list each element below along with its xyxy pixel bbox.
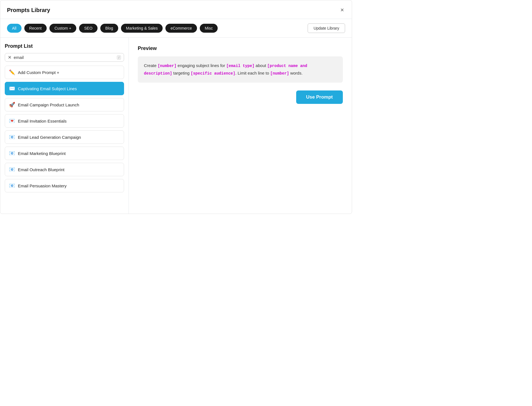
filter-tab-recent[interactable]: Recent (24, 24, 47, 33)
prompt-label: Email Outreach Blueprint (18, 167, 65, 172)
filter-tab-blog[interactable]: Blog (100, 24, 118, 33)
filter-tab-ecommerce[interactable]: eCommerce (165, 24, 197, 33)
modal-title: Prompts Library (7, 7, 50, 13)
prompt-label: Email Persuasion Mastery (18, 183, 66, 188)
filter-tab-seo[interactable]: SEO (79, 24, 98, 33)
preview-title: Preview (138, 46, 343, 51)
preview-text-about: about (255, 63, 267, 68)
prompt-label: Email Lead Generation Campaign (18, 135, 81, 140)
use-prompt-button[interactable]: Use Prompt (296, 90, 343, 104)
email-letter-icon: 📧 (9, 135, 15, 140)
email-outreach-icon: 📧 (9, 167, 15, 172)
prompt-list-title: Prompt List (5, 43, 124, 49)
placeholder-number: [number] (158, 64, 176, 68)
preview-text-words: words. (289, 71, 302, 75)
filter-bar: All Recent Custom + SEO Blog Marketing &… (0, 19, 352, 38)
preview-box: Create [number] engaging subject lines f… (138, 56, 343, 83)
email-doc-icon: 📧 (9, 151, 15, 156)
add-custom-label: Add Custom Prompt + (18, 70, 59, 75)
search-clear-button[interactable]: ✕ (8, 55, 11, 60)
prompt-item-product-launch[interactable]: 🚀 Email Campaign Product Launch (5, 98, 124, 111)
filter-tab-all[interactable]: All (7, 24, 22, 33)
prompts-library-modal: Prompts Library × All Recent Custom + SE… (0, 0, 352, 214)
prompt-item-outreach-blueprint[interactable]: 📧 Email Outreach Blueprint (5, 163, 124, 176)
close-button[interactable]: × (339, 6, 345, 14)
search-bar: ✕ / (5, 53, 124, 62)
email-persuasion-icon: 📧 (9, 183, 15, 188)
preview-text-limit: . Limit each line to (235, 71, 270, 75)
search-input[interactable] (14, 55, 115, 60)
placeholder-email-type: [email type] (226, 64, 255, 68)
filter-tab-misc[interactable]: Misc (200, 24, 218, 33)
update-library-button[interactable]: Update Library (308, 23, 345, 33)
heart-letter-icon: 💌 (9, 118, 15, 123)
filter-tab-marketing[interactable]: Marketing & Sales (121, 24, 163, 33)
prompt-label: Email Marketing Blueprint (18, 151, 66, 156)
prompt-label: Captivating Email Subject Lines (18, 86, 77, 91)
left-panel: Prompt List ✕ / ✏️ Add Custom Prompt + ✉… (0, 38, 129, 214)
prompt-item-lead-gen[interactable]: 📧 Email Lead Generation Campaign (5, 130, 124, 144)
preview-text-create: Create (144, 63, 158, 68)
prompt-item-marketing-blueprint[interactable]: 📧 Email Marketing Blueprint (5, 147, 124, 160)
rocket-icon: 🚀 (9, 102, 15, 107)
search-shortcut: / (117, 55, 121, 60)
prompt-item-persuasion[interactable]: 📧 Email Persuasion Mastery (5, 179, 124, 192)
prompt-item-invitation[interactable]: 💌 Email Invitation Essentials (5, 114, 124, 128)
email-icon: ✉️ (9, 86, 15, 91)
filter-tab-custom[interactable]: Custom + (49, 24, 76, 33)
prompt-label: Email Invitation Essentials (18, 119, 66, 123)
modal-header: Prompts Library × (0, 0, 352, 19)
placeholder-number2: [number] (270, 71, 289, 76)
prompt-label: Email Campaign Product Launch (18, 102, 79, 107)
preview-text-engaging: engaging subject lines for (176, 63, 226, 68)
right-panel: Preview Create [number] engaging subject… (129, 38, 352, 214)
pencil-icon: ✏️ (9, 70, 15, 75)
add-custom-prompt-item[interactable]: ✏️ Add Custom Prompt + (5, 66, 124, 79)
prompt-item-captivating-email[interactable]: ✉️ Captivating Email Subject Lines (5, 82, 124, 95)
preview-text-targeting: targeting (172, 71, 191, 75)
modal-body: Prompt List ✕ / ✏️ Add Custom Prompt + ✉… (0, 38, 352, 214)
placeholder-audience: [specific audience] (191, 71, 236, 76)
